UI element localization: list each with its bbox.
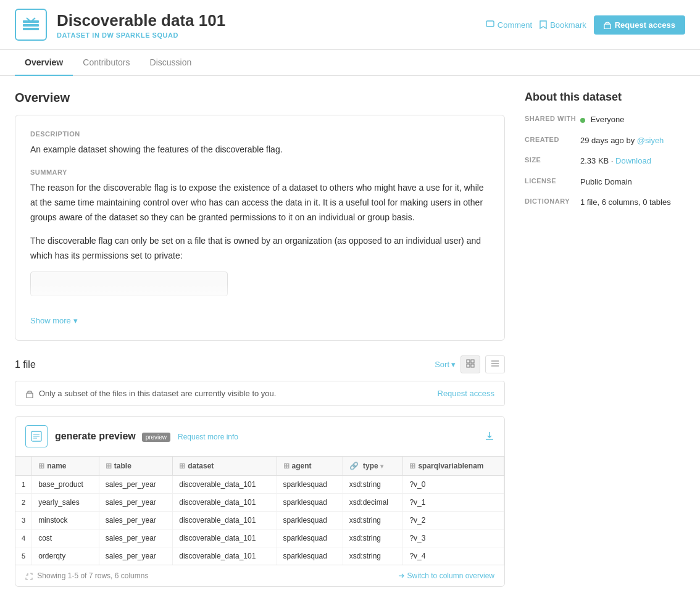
table-row: 1 base_product sales_per_year discoverab…: [15, 476, 504, 494]
overview-card: DESCRIPTION An example dataset showing t…: [15, 115, 505, 341]
chevron-down-icon: ▾: [73, 316, 78, 325]
svg-rect-5: [467, 360, 470, 363]
row-number: 4: [15, 529, 32, 547]
bookmark-button[interactable]: Bookmark: [540, 20, 586, 30]
cell-type: xsd:decimal: [343, 494, 403, 512]
svg-rect-6: [471, 360, 474, 363]
svg-rect-4: [604, 24, 610, 29]
summary-paragraph-2: The discoverable flag can only be set on…: [30, 234, 490, 264]
alert-banner: Only a subset of the files in this datas…: [15, 381, 505, 406]
cell-type: xsd:string: [343, 476, 403, 494]
cell-dataset: discoverable_data_101: [173, 512, 277, 529]
col-table-header[interactable]: ⊞table: [99, 457, 172, 476]
cell-type: xsd:string: [343, 512, 403, 529]
dictionary-value: 1 file, 6 columns, 0 tables: [580, 196, 671, 209]
download-link[interactable]: Download: [615, 156, 651, 165]
cell-name: base_product: [32, 476, 99, 494]
grid-icon-5: ⊞: [409, 462, 415, 470]
data-table: ⊞name ⊞table ⊞dataset ⊞agent: [15, 457, 504, 565]
file-icon: [25, 425, 48, 447]
cell-name: minstock: [32, 512, 99, 529]
cell-table: sales_per_year: [99, 529, 172, 547]
about-row-shared: SHARED WITH Everyone: [525, 114, 685, 126]
alert-text: Only a subset of the files in this datas…: [25, 389, 276, 398]
creator-link[interactable]: @siyeh: [637, 136, 664, 145]
grid-icon-2: ⊞: [106, 462, 112, 470]
col-dataset-header[interactable]: ⊞dataset: [173, 457, 277, 476]
col-sparql-header[interactable]: ⊞sparqlvariablenam: [403, 457, 504, 476]
row-number: 5: [15, 547, 32, 565]
about-row-license: LICENSE Public Domain: [525, 176, 685, 188]
file-name-block: generate preview preview Request more in…: [55, 431, 238, 442]
sort-chevron-icon: ▾: [451, 360, 456, 369]
request-more-info-link[interactable]: Request more info: [178, 433, 238, 441]
cell-agent: sparklesquad: [277, 512, 343, 529]
about-title: About this dataset: [525, 91, 685, 104]
svg-rect-1: [23, 24, 39, 27]
preview-box: [30, 272, 228, 296]
alert-request-access-link[interactable]: Request access: [438, 389, 495, 398]
cell-table: sales_per_year: [99, 476, 172, 494]
header-title-block: Discoverable data 101 DATASET IN DW SPAR…: [57, 11, 486, 39]
file-badge: preview: [142, 433, 170, 442]
list-view-button[interactable]: [485, 355, 505, 373]
svg-rect-2: [23, 28, 39, 30]
header-subtitle: DATASET IN DW SPARKLE SQUAD: [57, 31, 486, 39]
cell-agent: sparklesquad: [277, 476, 343, 494]
about-row-size: SIZE 2.33 KB · Download: [525, 155, 685, 167]
svg-rect-7: [467, 364, 470, 367]
grid-view-button[interactable]: [460, 355, 480, 373]
grid-icon-3: ⊞: [179, 462, 185, 470]
cell-agent: sparklesquad: [277, 494, 343, 512]
table-row: 4 cost sales_per_year discoverable_data_…: [15, 529, 504, 547]
switch-icon: [398, 572, 405, 579]
main-content: Overview DESCRIPTION An example dataset …: [0, 76, 700, 598]
tab-contributors[interactable]: Contributors: [73, 50, 140, 76]
tab-discussion[interactable]: Discussion: [140, 50, 202, 76]
cell-agent: sparklesquad: [277, 529, 343, 547]
nav-tabs: Overview Contributors Discussion: [0, 50, 700, 76]
col-name-header[interactable]: ⊞name: [32, 457, 99, 476]
shared-with-key: SHARED WITH: [525, 114, 580, 126]
cell-type: xsd:string: [343, 547, 403, 565]
sort-button[interactable]: Sort ▾: [435, 360, 456, 369]
grid-icon-4: ⊞: [283, 462, 290, 470]
cell-dataset: discoverable_data_101: [173, 494, 277, 512]
grid-icon: ⊞: [38, 462, 44, 470]
comment-button[interactable]: Comment: [486, 20, 532, 30]
table-footer-left: Showing 1-5 of 7 rows, 6 columns: [25, 571, 148, 580]
created-key: CREATED: [525, 135, 580, 147]
table-row: 3 minstock sales_per_year discoverable_d…: [15, 512, 504, 529]
cell-dataset: discoverable_data_101: [173, 476, 277, 494]
column-overview-link[interactable]: Switch to column overview: [398, 571, 494, 580]
description-text: An example dataset showing the features …: [30, 143, 490, 156]
file-info: generate preview preview Request more in…: [25, 425, 238, 447]
link-icon: 🔗: [349, 462, 359, 470]
type-chevron-icon: ▾: [380, 463, 383, 470]
file-card-header: generate preview preview Request more in…: [15, 417, 504, 457]
table-footer: Showing 1-5 of 7 rows, 6 columns Switch …: [15, 565, 504, 586]
file-count: 1 file: [15, 359, 36, 370]
tab-overview[interactable]: Overview: [15, 50, 73, 76]
header-actions: Comment Bookmark Request access: [486, 15, 685, 35]
cell-sparql: ?v_2: [403, 512, 504, 529]
download-button[interactable]: [485, 431, 494, 442]
description-label: DESCRIPTION: [30, 130, 490, 138]
cell-table: sales_per_year: [99, 547, 172, 565]
faded-preview: [30, 272, 490, 309]
shared-with-value: Everyone: [580, 114, 625, 126]
table-row: 2 yearly_sales sales_per_year discoverab…: [15, 494, 504, 512]
show-more-button[interactable]: Show more ▾: [30, 316, 78, 325]
request-access-button[interactable]: Request access: [594, 15, 685, 35]
about-panel: About this dataset SHARED WITH Everyone …: [525, 91, 685, 587]
page-title: Discoverable data 101: [57, 11, 486, 30]
cell-sparql: ?v_1: [403, 494, 504, 512]
cell-agent: sparklesquad: [277, 547, 343, 565]
svg-rect-8: [471, 364, 474, 367]
col-type-header[interactable]: 🔗 type ▾: [343, 457, 403, 476]
cell-type: xsd:string: [343, 529, 403, 547]
content-left: Overview DESCRIPTION An example dataset …: [15, 91, 505, 587]
cell-sparql: ?v_0: [403, 476, 504, 494]
col-agent-header[interactable]: ⊞agent: [277, 457, 343, 476]
summary-label: SUMMARY: [30, 168, 490, 176]
